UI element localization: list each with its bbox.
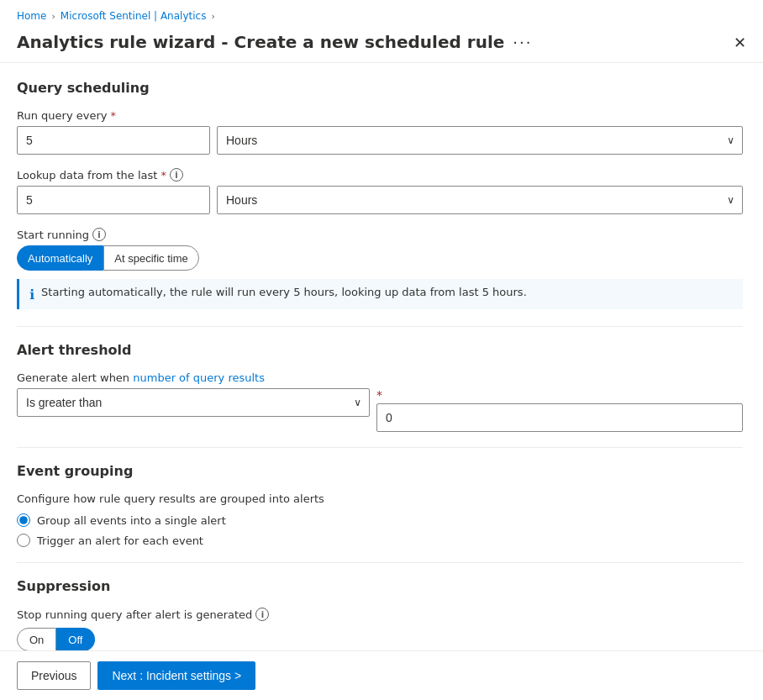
group-single-alert-label: Group all events into a single alert: [37, 514, 226, 527]
suppression-toggle: On Off: [17, 628, 743, 650]
page-wrapper: Home › Microsoft Sentinel | Analytics › …: [0, 0, 763, 700]
suppression-off-button[interactable]: Off: [56, 628, 95, 650]
specific-time-button[interactable]: At specific time: [103, 245, 198, 271]
suppression-info-icon[interactable]: i: [255, 608, 269, 621]
threshold-value-input[interactable]: [376, 403, 743, 432]
lookup-unit-select[interactable]: Minutes Hours Days: [217, 186, 743, 214]
divider-1: [17, 326, 743, 327]
next-button[interactable]: Next : Incident settings >: [97, 661, 255, 690]
breadcrumb-sentinel[interactable]: Microsoft Sentinel | Analytics: [61, 10, 207, 22]
run-query-row: Minutes Hours Days ∨: [17, 126, 743, 155]
threshold-condition-select[interactable]: Is greater than Is less than Is equal to…: [17, 388, 370, 417]
suppression-section: Suppression Stop running query after ale…: [17, 578, 743, 650]
breadcrumb-sep2: ›: [211, 11, 214, 22]
lookup-data-row: Minutes Hours Days ∨: [17, 186, 743, 214]
breadcrumb-home[interactable]: Home: [17, 10, 46, 22]
trigger-each-event-label: Trigger an alert for each event: [37, 534, 203, 547]
suppression-title: Suppression: [17, 578, 743, 594]
info-banner: ℹ Starting automatically, the rule will …: [17, 279, 743, 309]
more-options-icon[interactable]: ···: [513, 34, 532, 51]
divider-3: [17, 562, 743, 563]
run-query-unit-wrapper: Minutes Hours Days ∨: [217, 126, 743, 155]
breadcrumb: Home › Microsoft Sentinel | Analytics ›: [0, 0, 763, 29]
title-bar: Analytics rule wizard - Create a new sch…: [0, 29, 763, 63]
run-query-input[interactable]: [17, 126, 210, 155]
close-icon[interactable]: ✕: [734, 34, 746, 51]
info-banner-icon: ℹ: [29, 287, 34, 303]
event-grouping-description: Configure how rule query results are gro…: [17, 492, 743, 505]
lookup-data-label: Lookup data from the last * i: [17, 168, 743, 182]
query-scheduling-title: Query scheduling: [17, 80, 743, 96]
start-running-label: Start running i: [17, 228, 743, 241]
run-query-required-star: *: [110, 109, 116, 122]
lookup-unit-wrapper: Minutes Hours Days ∨: [217, 186, 743, 214]
lookup-data-input[interactable]: [17, 186, 210, 214]
footer: Previous Next : Incident settings >: [0, 650, 763, 700]
query-scheduling-section: Query scheduling Run query every * Minut…: [17, 80, 743, 309]
suppression-on-button[interactable]: On: [17, 628, 56, 650]
page-title: Analytics rule wizard - Create a new sch…: [17, 32, 504, 52]
threshold-row: Is greater than Is less than Is equal to…: [17, 388, 743, 432]
group-single-alert-radio[interactable]: [17, 513, 30, 527]
threshold-required-star: *: [376, 388, 382, 402]
title-left: Analytics rule wizard - Create a new sch…: [17, 32, 533, 52]
suppression-description: Stop running query after alert is genera…: [17, 608, 743, 621]
trigger-each-event-radio[interactable]: [17, 534, 30, 547]
group-single-alert-option[interactable]: Group all events into a single alert: [17, 513, 743, 527]
run-query-unit-select[interactable]: Minutes Hours Days: [217, 126, 743, 155]
info-banner-text: Starting automatically, the rule will ru…: [41, 286, 527, 298]
run-query-label: Run query every *: [17, 109, 743, 122]
event-grouping-title: Event grouping: [17, 463, 743, 479]
threshold-condition-wrapper: Is greater than Is less than Is equal to…: [17, 388, 370, 417]
alert-threshold-section: Alert threshold Generate alert when numb…: [17, 342, 743, 432]
content-area: Query scheduling Run query every * Minut…: [0, 63, 763, 650]
threshold-field-label: Generate alert when number of query resu…: [17, 371, 743, 384]
event-grouping-options: Group all events into a single alert Tri…: [17, 513, 743, 547]
divider-2: [17, 447, 743, 448]
lookup-required-star: *: [160, 169, 166, 182]
alert-threshold-title: Alert threshold: [17, 342, 743, 358]
breadcrumb-sep1: ›: [51, 11, 55, 22]
lookup-info-icon[interactable]: i: [170, 168, 183, 182]
threshold-colored-text: number of query results: [133, 371, 265, 384]
event-grouping-section: Event grouping Configure how rule query …: [17, 463, 743, 547]
start-running-info-icon[interactable]: i: [92, 228, 106, 241]
trigger-each-event-option[interactable]: Trigger an alert for each event: [17, 534, 743, 547]
previous-button[interactable]: Previous: [17, 661, 91, 690]
threshold-number-wrapper: *: [376, 388, 743, 432]
start-running-toggle-row: Automatically At specific time: [17, 245, 743, 271]
automatically-button[interactable]: Automatically: [17, 245, 103, 271]
